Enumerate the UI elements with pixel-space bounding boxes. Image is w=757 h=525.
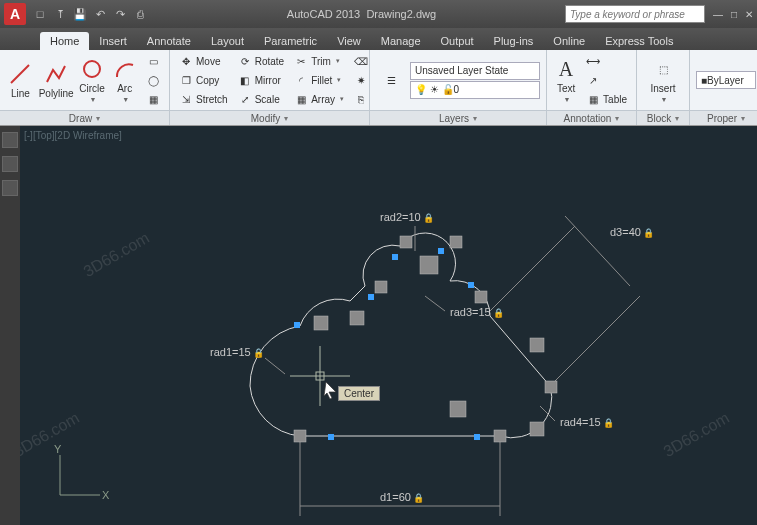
maximize-icon[interactable]: □ [731,9,737,20]
tab-online[interactable]: Online [543,32,595,50]
stretch-button[interactable]: ⇲Stretch [176,90,231,108]
panel-layers: ☰ Unsaved Layer State 💡 ☀ 🔓 0 Layers [370,50,547,125]
svg-rect-28 [368,294,374,300]
layer-current-dropdown[interactable]: 💡 ☀ 🔓 0 [410,81,540,99]
sketch-path [250,233,552,438]
tab-parametric[interactable]: Parametric [254,32,327,50]
open-icon[interactable]: ⤒ [52,6,68,22]
svg-line-2 [555,296,640,381]
polyline-button[interactable]: Polyline [39,52,74,108]
svg-text:Y: Y [54,445,62,455]
ucs-icon: X Y [50,445,110,505]
array-button[interactable]: ▦Array▾ [291,90,347,108]
move-icon: ✥ [179,54,193,68]
line-button[interactable]: Line [6,52,35,108]
arc-button[interactable]: Arc▼ [110,52,139,108]
table-icon: ▦ [586,92,600,106]
copy-button[interactable]: ❐Copy [176,71,231,89]
scale-button[interactable]: ⤢Scale [235,90,287,108]
svg-point-1 [84,61,100,77]
undo-icon[interactable]: ↶ [92,6,108,22]
tab-layout[interactable]: Layout [201,32,254,50]
tab-express[interactable]: Express Tools [595,32,683,50]
redo-icon[interactable]: ↷ [112,6,128,22]
erase-button[interactable]: ⌫ [351,52,371,70]
rail-button-3[interactable] [2,180,18,196]
tab-insert[interactable]: Insert [89,32,137,50]
svg-rect-14 [294,430,306,442]
panel-layers-label[interactable]: Layers [370,110,546,125]
explode-button[interactable]: ✷ [351,71,371,89]
svg-rect-29 [392,254,398,260]
svg-rect-27 [294,322,300,328]
line-icon [8,62,32,86]
explode-icon: ✷ [354,73,368,87]
rotate-button[interactable]: ⟳Rotate [235,52,287,70]
text-button[interactable]: A Text▼ [553,52,579,108]
svg-rect-25 [450,401,466,417]
tab-home[interactable]: Home [40,32,89,50]
svg-rect-18 [375,281,387,293]
fillet-button[interactable]: ◜Fillet▾ [291,71,347,89]
panel-modify: ✥Move ❐Copy ⇲Stretch ⟳Rotate ◧Mirror ⤢Sc… [170,50,370,125]
svg-line-0 [11,65,29,83]
svg-rect-24 [530,338,544,352]
tab-view[interactable]: View [327,32,371,50]
trim-icon: ✂ [294,54,308,68]
leader-button[interactable]: ↗ [583,71,630,89]
mirror-button[interactable]: ◧Mirror [235,71,287,89]
quick-access-toolbar: □ ⤒ 💾 ↶ ↷ ⎙ [32,6,148,22]
offset-button[interactable]: ⎘ [351,90,371,108]
trim-button[interactable]: ✂Trim▾ [291,52,347,70]
panel-draw-label[interactable]: Draw [0,110,169,125]
rail-button-1[interactable] [2,132,18,148]
layer-state-dropdown[interactable]: Unsaved Layer State [410,62,540,80]
layers-icon: ☰ [379,68,403,92]
rail-button-2[interactable] [2,156,18,172]
tab-plugins[interactable]: Plug-ins [484,32,544,50]
tab-annotate[interactable]: Annotate [137,32,201,50]
layer-properties-button[interactable]: ☰ [376,52,406,108]
svg-rect-31 [468,282,474,288]
svg-line-12 [425,296,445,311]
panel-modify-label[interactable]: Modify [170,110,369,125]
dimension-button[interactable]: ⟷ [583,52,630,70]
erase-icon: ⌫ [354,54,368,68]
drawing-canvas[interactable]: [-][Top][2D Wireframe] d3=40 🔒 d1=60 🔒 r… [20,126,757,525]
title-bar: A □ ⤒ 💾 ↶ ↷ ⎙ AutoCAD 2013 Drawing2.dwg … [0,0,757,28]
svg-rect-32 [328,434,334,440]
rectangle-icon: ▭ [146,54,160,68]
arc-icon [113,57,137,81]
ribbon-tabs: Home Insert Annotate Layout Parametric V… [0,28,757,50]
search-input[interactable] [565,5,705,23]
circle-button[interactable]: Circle▼ [78,52,107,108]
plot-icon[interactable]: ⎙ [132,6,148,22]
drawing-svg: d3=40 🔒 d1=60 🔒 rad1=15 🔒 rad2=10 🔒 rad3… [20,126,757,525]
minimize-icon[interactable]: — [713,9,723,20]
move-button[interactable]: ✥Move [176,52,231,70]
leader-icon: ↗ [586,73,600,87]
ellipse-button[interactable]: ◯ [143,71,163,89]
close-icon[interactable]: ✕ [745,9,753,20]
app-menu-button[interactable]: A [4,3,26,25]
tab-output[interactable]: Output [431,32,484,50]
color-dropdown[interactable]: ■ ByLayer [696,71,756,89]
hatch-icon: ▦ [146,92,160,106]
panel-annotation-label[interactable]: Annotation [547,110,636,125]
save-icon[interactable]: 💾 [72,6,88,22]
scale-icon: ⤢ [238,92,252,106]
ribbon: Line Polyline Circle▼ Arc▼ ▭ ◯ ▦ Draw [0,50,757,126]
insert-button[interactable]: ⬚ Insert▼ [643,52,683,108]
dim-rad3: rad3=15 🔒 [450,306,505,319]
tab-manage[interactable]: Manage [371,32,431,50]
dim-d3: d3=40 🔒 [490,216,655,381]
table-button[interactable]: ▦Table [583,90,630,108]
panel-properties-label[interactable]: Proper [690,110,757,125]
hatch-button[interactable]: ▦ [143,90,163,108]
dim-rad4: rad4=15 🔒 [560,416,615,429]
rectangle-button[interactable]: ▭ [143,52,163,70]
panel-block-label[interactable]: Block [637,110,689,125]
dim-rad1: rad1=15 🔒 [210,346,265,359]
new-icon[interactable]: □ [32,6,48,22]
panel-draw: Line Polyline Circle▼ Arc▼ ▭ ◯ ▦ Draw [0,50,170,125]
